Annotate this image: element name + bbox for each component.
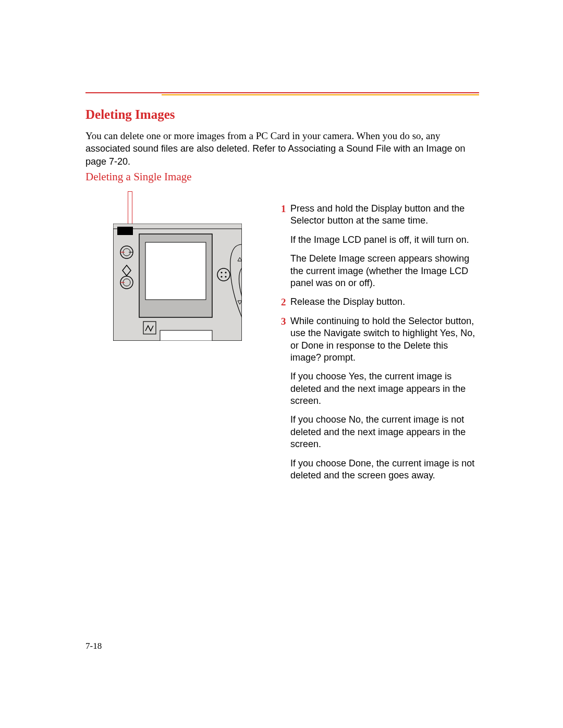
camera-back-illustration xyxy=(113,224,242,341)
steps-column: 1 Press and hold the Display button and … xyxy=(281,203,480,488)
svg-rect-12 xyxy=(145,242,206,300)
page-number: 7-18 xyxy=(85,641,102,651)
step-text: If you choose No, the current image is n… xyxy=(290,414,480,450)
subsection-heading: Deleting a Single Image xyxy=(85,170,192,183)
step-text: The Delete Image screen appears showing … xyxy=(290,253,480,289)
svg-rect-14 xyxy=(160,330,212,341)
svg-point-17 xyxy=(225,272,226,273)
svg-rect-2 xyxy=(117,227,133,235)
svg-point-19 xyxy=(225,276,226,277)
step-text: Press and hold the Display button and th… xyxy=(290,203,480,227)
intro-paragraph: You can delete one or more images from a… xyxy=(85,130,480,168)
step-text: While continuing to hold the Selector bu… xyxy=(290,315,480,364)
step-text: Release the Display button. xyxy=(290,296,480,308)
step-3: 3 While continuing to hold the Selector … xyxy=(281,315,480,489)
horizontal-rule-gold xyxy=(162,94,479,95)
step-number: 3 xyxy=(281,315,290,328)
camera-diagram-wrap xyxy=(113,191,242,341)
callout-horizontal-connector xyxy=(128,191,132,192)
step-text: If you choose Done, the current image is… xyxy=(290,458,480,482)
step-text: If you choose Yes, the current image is … xyxy=(290,371,480,407)
step-number: 1 xyxy=(281,203,290,216)
horizontal-rule-red xyxy=(85,92,479,93)
intro-text-serif: You can delete one or more images from a… xyxy=(85,130,440,141)
step-2: 2 Release the Display button. xyxy=(281,296,480,315)
manual-page: Deleting Images You can delete one or mo… xyxy=(0,0,563,728)
intro-text-sans: associated sound files are also deleted.… xyxy=(85,143,465,166)
step-number: 2 xyxy=(281,296,290,309)
step-text: If the Image LCD panel is off, it will t… xyxy=(290,234,480,246)
section-heading: Deleting Images xyxy=(85,107,175,122)
step-1: 1 Press and hold the Display button and … xyxy=(281,203,480,296)
svg-point-18 xyxy=(221,276,222,277)
svg-point-16 xyxy=(221,272,222,273)
